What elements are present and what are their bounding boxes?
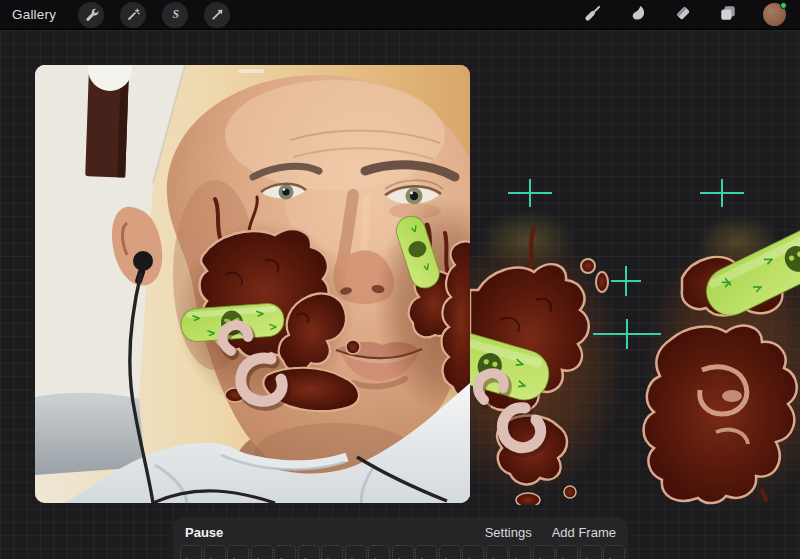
timeline-frame[interactable]	[227, 545, 249, 559]
timeline-frame[interactable]	[603, 545, 625, 559]
add-frame-button[interactable]: Add Frame	[552, 525, 616, 540]
layers-icon	[718, 3, 738, 26]
timeline-frame[interactable]	[274, 545, 296, 559]
timeline-frame[interactable]	[251, 545, 273, 559]
timeline-frame[interactable]	[486, 545, 508, 559]
smudge-button[interactable]	[628, 3, 648, 26]
timeline-frame[interactable]	[321, 545, 343, 559]
timeline-frame[interactable]	[462, 545, 484, 559]
timeline-settings-button[interactable]: Settings	[485, 525, 532, 540]
arrow-cursor-icon	[210, 7, 225, 22]
selection-s-icon: S	[168, 7, 183, 22]
timeline-frame[interactable]	[345, 545, 367, 559]
snap-crosshair	[593, 319, 661, 349]
timeline-frame[interactable]	[439, 545, 461, 559]
timeline-frame[interactable]	[368, 545, 390, 559]
timeline-frame[interactable]	[556, 545, 578, 559]
smudge-icon	[628, 3, 648, 26]
color-swatch	[763, 3, 786, 26]
timeline-frame[interactable]	[533, 545, 555, 559]
timeline-frame[interactable]	[180, 545, 202, 559]
procreate-window: Gallery	[0, 0, 800, 559]
gallery-button[interactable]: Gallery	[12, 7, 56, 22]
adjustments-button[interactable]	[120, 2, 146, 28]
wrench-icon	[84, 7, 99, 22]
paint-button[interactable]	[583, 3, 603, 26]
toolbar-right-group	[583, 3, 800, 26]
color-button[interactable]	[763, 3, 786, 26]
animation-timeline: Pause Settings Add Frame	[173, 517, 628, 559]
top-toolbar: Gallery	[0, 0, 800, 30]
layers-button[interactable]	[718, 3, 738, 26]
timeline-frame[interactable]	[509, 545, 531, 559]
face-paint-camera-preview[interactable]	[35, 65, 470, 503]
eraser-icon	[673, 3, 693, 26]
timeline-frame[interactable]	[580, 545, 602, 559]
magic-wand-icon	[126, 7, 141, 22]
color-changed-badge	[780, 2, 787, 9]
snap-crosshair	[508, 179, 552, 207]
transform-button[interactable]	[204, 2, 230, 28]
snap-crosshair	[611, 266, 641, 296]
timeline-frame[interactable]	[415, 545, 437, 559]
pause-button[interactable]: Pause	[185, 525, 223, 540]
svg-text:S: S	[172, 8, 179, 21]
timeline-frame[interactable]	[298, 545, 320, 559]
actions-button[interactable]	[78, 2, 104, 28]
timeline-frame[interactable]	[392, 545, 414, 559]
erase-button[interactable]	[673, 3, 693, 26]
selection-button[interactable]: S	[162, 2, 188, 28]
timeline-header: Pause Settings Add Frame	[173, 517, 628, 540]
timeline-frames	[173, 540, 628, 559]
timeline-frame[interactable]	[204, 545, 226, 559]
canvas-area[interactable]: Pause Settings Add Frame	[0, 30, 800, 559]
preview-grabber[interactable]	[238, 69, 264, 73]
brush-icon	[583, 3, 603, 26]
snap-crosshair	[700, 179, 744, 207]
toolbar-left-group: Gallery	[0, 2, 230, 28]
